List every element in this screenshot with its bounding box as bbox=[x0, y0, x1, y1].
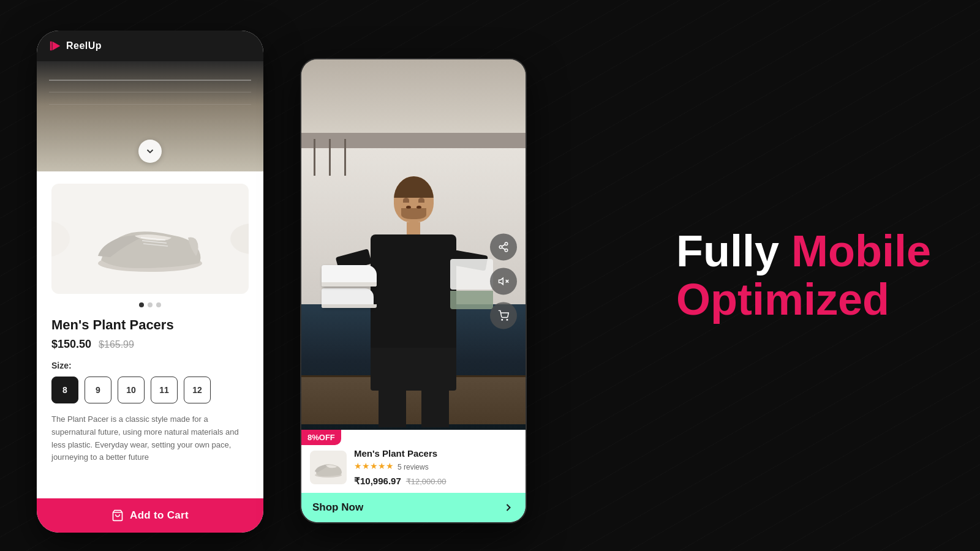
overlay-product-row: Men's Plant Pacers ★★★★★ 5 reviews ₹10,9… bbox=[310, 436, 517, 487]
left-eyebrow bbox=[403, 198, 409, 203]
man-head bbox=[394, 176, 434, 222]
overlay-price-current: ₹10,996.97 bbox=[354, 476, 401, 487]
svg-line-11 bbox=[502, 244, 505, 246]
carousel-dots bbox=[51, 302, 249, 307]
carousel-dot-3[interactable] bbox=[156, 302, 161, 307]
left-phone: ReelUp bbox=[37, 31, 263, 533]
left-leg bbox=[379, 391, 406, 427]
man-figure bbox=[352, 176, 475, 427]
hero-line-2: Optimized bbox=[676, 276, 931, 324]
held-shoe-2 bbox=[322, 288, 374, 308]
beard bbox=[401, 208, 426, 219]
railing-bar-1 bbox=[314, 139, 315, 176]
svg-marker-0 bbox=[53, 42, 61, 51]
shop-now-button[interactable]: Shop Now bbox=[301, 493, 526, 522]
right-phone: 8%OFF Men's Plant Pacers bbox=[300, 58, 527, 523]
railing-top bbox=[301, 133, 526, 148]
svg-point-16 bbox=[507, 319, 508, 320]
page-container: ReelUp bbox=[0, 0, 980, 551]
size-label: Size: bbox=[51, 361, 249, 370]
overlay-shoe-thumbnail bbox=[310, 451, 347, 484]
svg-point-8 bbox=[499, 246, 502, 249]
man-shorts bbox=[371, 348, 456, 391]
price-original: $165.99 bbox=[99, 339, 134, 350]
hero-line-1-highlight: Mobile bbox=[791, 227, 931, 276]
overlay-shoe-svg bbox=[312, 458, 344, 478]
railing-2 bbox=[49, 92, 251, 92]
left-phone-product-area: Men's Plant Pacers $150.50 $165.99 Size:… bbox=[37, 171, 263, 498]
scroll-down-button[interactable] bbox=[138, 140, 162, 163]
room-ceiling bbox=[301, 59, 526, 133]
size-btn-9[interactable]: 9 bbox=[85, 377, 111, 403]
shoe-carousel bbox=[51, 184, 249, 294]
price-current: $150.50 bbox=[51, 338, 91, 351]
right-leg bbox=[421, 391, 449, 427]
shop-now-label: Shop Now bbox=[312, 501, 363, 514]
man-hair bbox=[394, 176, 434, 198]
size-btn-11[interactable]: 11 bbox=[151, 377, 178, 403]
railing-bar-2 bbox=[329, 139, 331, 176]
reelup-logo-icon bbox=[49, 39, 62, 53]
held-shoe-1 bbox=[322, 265, 377, 287]
svg-point-7 bbox=[505, 242, 508, 246]
svg-marker-12 bbox=[499, 278, 503, 285]
discount-badge: 8%OFF bbox=[301, 430, 341, 445]
mute-icon bbox=[498, 276, 509, 287]
left-phone-header: ReelUp bbox=[37, 31, 263, 61]
shoe-left-partial bbox=[51, 220, 70, 257]
size-btn-10[interactable]: 10 bbox=[118, 377, 145, 403]
shoe-image bbox=[89, 202, 211, 276]
add-to-cart-label: Add to Cart bbox=[130, 509, 189, 522]
size-options: 8 9 10 11 12 bbox=[51, 377, 249, 403]
svg-point-15 bbox=[502, 319, 503, 320]
shoe-sole-1 bbox=[322, 282, 377, 287]
size-btn-12[interactable]: 12 bbox=[184, 377, 211, 403]
shoe-right-partial bbox=[230, 223, 249, 254]
man-body bbox=[371, 234, 456, 348]
hero-text-section: Fully Mobile Optimized bbox=[676, 227, 931, 324]
hero-line-1: Fully Mobile bbox=[676, 227, 931, 276]
product-pricing: $150.50 $165.99 bbox=[51, 338, 249, 351]
arrow-right-icon bbox=[502, 501, 514, 514]
size-btn-8[interactable]: 8 bbox=[51, 377, 78, 403]
svg-point-9 bbox=[505, 249, 508, 252]
video-controls bbox=[490, 233, 517, 329]
stars-row: ★★★★★ 5 reviews bbox=[354, 461, 517, 473]
railing-bar-3 bbox=[344, 139, 346, 176]
share-button[interactable] bbox=[490, 233, 517, 260]
railing bbox=[49, 80, 251, 81]
folded-pants bbox=[450, 291, 493, 309]
man-legs bbox=[371, 391, 456, 427]
reelup-logo: ReelUp bbox=[49, 39, 102, 53]
folded-shirt bbox=[450, 259, 493, 290]
chevron-down-icon bbox=[145, 146, 156, 157]
overlay-info: Men's Plant Pacers ★★★★★ 5 reviews ₹10,9… bbox=[354, 448, 517, 487]
overlay-price-row: ₹10,996.97 ₹12,000.00 bbox=[354, 476, 517, 487]
cart-icon bbox=[111, 509, 124, 522]
shoe-sole-2 bbox=[322, 304, 377, 308]
shoes-in-hand bbox=[322, 265, 377, 308]
overlay-price-original: ₹12,000.00 bbox=[406, 477, 447, 486]
overlay-product-name: Men's Plant Pacers bbox=[354, 448, 517, 459]
cart-icon bbox=[498, 310, 509, 321]
left-phone-image-area bbox=[37, 61, 263, 171]
railing-3 bbox=[49, 104, 251, 105]
star-rating: ★★★★★ bbox=[354, 461, 394, 471]
carousel-dot-2[interactable] bbox=[148, 302, 153, 307]
svg-line-10 bbox=[502, 248, 505, 250]
right-eyebrow bbox=[418, 198, 424, 203]
svg-rect-1 bbox=[50, 42, 52, 51]
reviews-count: 5 reviews bbox=[398, 463, 429, 471]
product-name: Men's Plant Pacers bbox=[51, 317, 249, 333]
mute-button[interactable] bbox=[490, 268, 517, 294]
add-to-cart-button[interactable]: Add to Cart bbox=[37, 498, 263, 533]
product-overlay: 8%OFF Men's Plant Pacers bbox=[301, 430, 526, 522]
product-description: The Plant Pacer is a classic style made … bbox=[51, 413, 249, 464]
reelup-brand-name: ReelUp bbox=[66, 40, 102, 51]
cart-button[interactable] bbox=[490, 302, 517, 329]
share-icon bbox=[498, 241, 509, 252]
carousel-dot-1[interactable] bbox=[139, 302, 144, 307]
man-neck bbox=[407, 222, 420, 234]
